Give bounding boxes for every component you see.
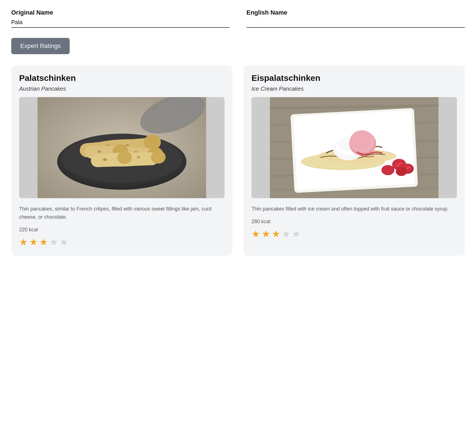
svg-point-50 bbox=[397, 165, 398, 166]
card-palatschinken-subtitle: Austrian Pancakes bbox=[19, 86, 225, 92]
svg-point-48 bbox=[399, 164, 400, 164]
card-palatschinken: Palatschinken Austrian Pancakes bbox=[11, 65, 232, 256]
star-2: ★ bbox=[262, 229, 270, 239]
star-1: ★ bbox=[19, 237, 28, 247]
card-palatschinken-stars: ★ ★ ★ ★ ★ bbox=[19, 237, 225, 247]
card-eispalatschinken-title: Eispalatschinken bbox=[251, 73, 457, 83]
svg-point-51 bbox=[407, 168, 408, 169]
star-4: ★ bbox=[282, 229, 290, 239]
english-name-label: English Name bbox=[246, 9, 465, 16]
star-5: ★ bbox=[60, 237, 68, 247]
expert-ratings-button[interactable]: Expert Ratings bbox=[11, 38, 70, 54]
card-palatschinken-title: Palatschinken bbox=[19, 73, 225, 83]
svg-point-40 bbox=[351, 131, 372, 150]
star-2: ★ bbox=[29, 237, 38, 247]
english-name-group: English Name bbox=[246, 9, 465, 28]
card-eispalatschinken: Eispalatschinken Ice Cream Pancakes bbox=[244, 65, 465, 256]
card-eispalatschinken-description: Thin pancakes filled with ice cream and … bbox=[251, 205, 457, 213]
star-5: ★ bbox=[292, 229, 300, 239]
header-row: Original Name English Name bbox=[11, 9, 465, 28]
card-palatschinken-kcal: 220 kcal bbox=[19, 227, 225, 233]
card-eispalatschinken-kcal: 280 kcal bbox=[251, 219, 457, 225]
svg-point-52 bbox=[409, 167, 410, 168]
star-4: ★ bbox=[49, 237, 58, 247]
card-eispalatschinken-stars: ★ ★ ★ ★ ★ bbox=[251, 229, 457, 239]
cards-row: Palatschinken Austrian Pancakes bbox=[11, 65, 465, 256]
svg-point-45 bbox=[396, 167, 407, 176]
original-name-input[interactable] bbox=[11, 19, 230, 28]
star-3: ★ bbox=[39, 237, 48, 247]
card-palatschinken-image bbox=[19, 97, 225, 198]
svg-point-49 bbox=[401, 163, 402, 164]
english-name-input[interactable] bbox=[246, 19, 465, 28]
original-name-label: Original Name bbox=[11, 9, 230, 16]
card-eispalatschinken-image bbox=[251, 97, 457, 198]
original-name-group: Original Name bbox=[11, 9, 230, 28]
star-1: ★ bbox=[251, 229, 260, 239]
card-palatschinken-description: Thin pancakes, similar to French crêpes,… bbox=[19, 205, 225, 221]
card-eispalatschinken-subtitle: Ice Cream Pancakes bbox=[251, 86, 457, 92]
star-3: ★ bbox=[272, 229, 280, 239]
svg-point-47 bbox=[382, 165, 393, 174]
